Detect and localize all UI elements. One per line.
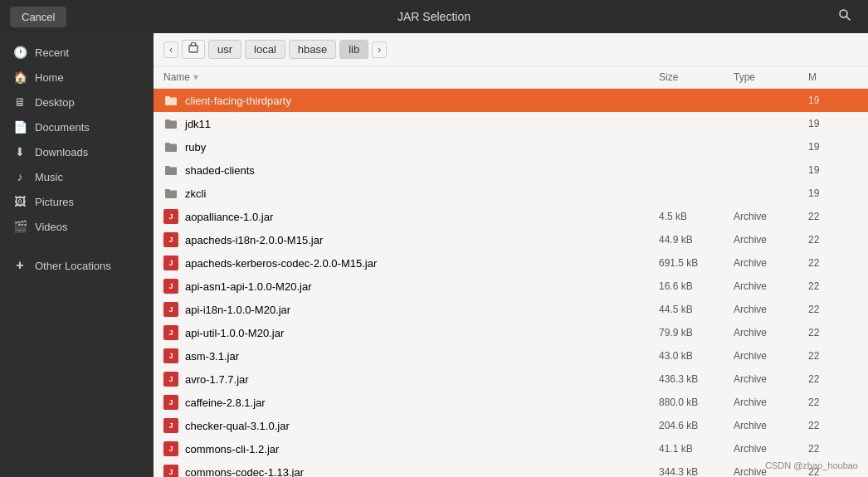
file-modified: 19 <box>808 95 858 106</box>
location-icon <box>188 42 199 54</box>
table-row[interactable]: J caffeine-2.8.1.jar 880.0 kB Archive 22 <box>154 391 868 414</box>
column-modified[interactable]: M <box>808 71 858 83</box>
table-row[interactable]: shaded-clients 19 <box>154 158 868 182</box>
watermark: CSDN @zhao_houbao <box>765 460 858 470</box>
file-modified: 22 <box>808 280 858 292</box>
file-list-header: Name ▾ Size Type M <box>154 66 868 89</box>
file-size: 204.6 kB <box>659 420 734 431</box>
sidebar: 🕐 Recent 🏠 Home 🖥 Desktop 📄 Documents ⬇ … <box>0 33 154 477</box>
sidebar-item-home[interactable]: 🏠 Home <box>0 65 154 90</box>
file-name: J checker-qual-3.1.0.jar <box>163 418 659 433</box>
file-rows-container: client-facing-thirdparty 19 jdk11 19 <box>154 89 868 477</box>
table-row[interactable]: J aopalliance-1.0.jar 4.5 kB Archive 22 <box>154 205 868 228</box>
jar-icon: J <box>163 465 178 477</box>
svg-rect-2 <box>189 46 197 52</box>
table-row[interactable]: J asm-3.1.jar 43.0 kB Archive 22 <box>154 344 868 367</box>
content-area: ‹ usr local hbase lib › Name ▾ Size Typ <box>154 33 868 477</box>
table-row[interactable]: J commons-cli-1.2.jar 41.1 kB Archive 22 <box>154 437 868 460</box>
pathbar: ‹ usr local hbase lib › <box>154 33 868 66</box>
search-button[interactable] <box>831 5 858 28</box>
file-modified: 22 <box>808 211 858 222</box>
home-icon: 🏠 <box>13 71 27 84</box>
table-row[interactable]: J api-util-1.0.0-M20.jar 79.9 kB Archive… <box>154 321 868 344</box>
sidebar-item-downloads[interactable]: ⬇ Downloads <box>0 139 154 164</box>
sort-icon: ▾ <box>193 71 198 83</box>
path-segment-usr[interactable]: usr <box>208 40 241 59</box>
sidebar-item-desktop[interactable]: 🖥 Desktop <box>0 90 154 114</box>
table-row[interactable]: J apacheds-kerberos-codec-2.0.0-M15.jar … <box>154 251 868 275</box>
file-name: zkcli <box>163 186 659 201</box>
file-name: J aopalliance-1.0.jar <box>163 209 659 224</box>
file-name: jdk11 <box>163 116 659 131</box>
sidebar-item-label-recent: Recent <box>35 46 69 59</box>
folder-icon <box>163 139 178 154</box>
jar-icon: J <box>163 395 178 410</box>
sidebar-item-label-home: Home <box>35 71 64 84</box>
file-size: 41.1 kB <box>659 443 734 455</box>
table-row[interactable]: ruby 19 <box>154 135 868 158</box>
file-size: 880.0 kB <box>659 397 734 408</box>
table-row[interactable]: zkcli 19 <box>154 182 868 205</box>
path-segment-lib[interactable]: lib <box>339 40 368 59</box>
file-name: J api-util-1.0.0-M20.jar <box>163 325 659 340</box>
path-segment-hbase[interactable]: hbase <box>289 40 336 59</box>
sidebar-item-label-documents: Documents <box>35 121 90 134</box>
file-type: Archive <box>734 350 808 362</box>
table-row[interactable]: J api-asn1-api-1.0.0-M20.jar 16.6 kB Arc… <box>154 275 868 298</box>
sidebar-item-pictures[interactable]: 🖼 Pictures <box>0 189 154 214</box>
sidebar-item-videos[interactable]: 🎬 Videos <box>0 214 154 239</box>
downloads-icon: ⬇ <box>13 145 27 158</box>
sidebar-item-other-locations[interactable]: + Other Locations <box>0 252 154 279</box>
svg-line-1 <box>846 17 850 20</box>
table-row[interactable]: J apacheds-i18n-2.0.0-M15.jar 44.9 kB Ar… <box>154 228 868 251</box>
documents-icon: 📄 <box>13 120 27 134</box>
table-row[interactable]: J avro-1.7.7.jar 436.3 kB Archive 22 <box>154 367 868 391</box>
folder-icon <box>163 186 178 201</box>
table-row[interactable]: J api-i18n-1.0.0-M20.jar 44.5 kB Archive… <box>154 298 868 321</box>
column-name[interactable]: Name ▾ <box>163 71 659 83</box>
sidebar-item-label-other-locations: Other Locations <box>35 260 111 272</box>
file-list: Name ▾ Size Type M client-facing-thirdpa… <box>154 66 868 477</box>
table-row[interactable]: J commons-codec-1.13.jar 344.3 kB Archiv… <box>154 460 868 477</box>
file-size: 691.5 kB <box>659 257 734 269</box>
sidebar-item-documents[interactable]: 📄 Documents <box>0 114 154 139</box>
file-type: Archive <box>734 373 808 385</box>
file-modified: 19 <box>808 164 858 176</box>
videos-icon: 🎬 <box>13 220 27 233</box>
file-size: 43.0 kB <box>659 350 734 362</box>
sidebar-item-label-videos: Videos <box>35 221 68 233</box>
table-row[interactable]: J checker-qual-3.1.0.jar 204.6 kB Archiv… <box>154 414 868 437</box>
table-row[interactable]: client-facing-thirdparty 19 <box>154 89 868 112</box>
file-name: J commons-cli-1.2.jar <box>163 441 659 456</box>
file-name: ruby <box>163 139 659 154</box>
folder-icon <box>163 163 178 178</box>
file-modified: 22 <box>808 443 858 455</box>
desktop-icon: 🖥 <box>13 95 27 109</box>
file-modified: 22 <box>808 304 858 315</box>
file-name: J avro-1.7.7.jar <box>163 372 659 387</box>
jar-icon: J <box>163 256 178 270</box>
folder-icon <box>163 116 178 131</box>
file-name: J api-i18n-1.0.0-M20.jar <box>163 302 659 317</box>
nav-location-button[interactable] <box>182 40 205 59</box>
file-name: J asm-3.1.jar <box>163 348 659 363</box>
path-segment-local[interactable]: local <box>245 40 285 59</box>
file-type: Archive <box>734 257 808 269</box>
sidebar-item-label-downloads: Downloads <box>35 146 88 158</box>
file-type: Archive <box>734 234 808 246</box>
file-modified: 22 <box>808 420 858 431</box>
sidebar-item-music[interactable]: ♪ Music <box>0 164 154 189</box>
file-type: Archive <box>734 304 808 315</box>
cancel-button[interactable]: Cancel <box>10 7 66 27</box>
sidebar-item-recent[interactable]: 🕐 Recent <box>0 40 154 65</box>
table-row[interactable]: jdk11 19 <box>154 112 868 135</box>
nav-forward-button[interactable]: › <box>372 41 387 58</box>
nav-back-button[interactable]: ‹ <box>163 41 178 58</box>
file-modified: 22 <box>808 327 858 338</box>
jar-icon: J <box>163 302 178 317</box>
column-type[interactable]: Type <box>734 71 808 83</box>
file-type: Archive <box>734 443 808 455</box>
file-type: Archive <box>734 397 808 408</box>
file-type: Archive <box>734 420 808 431</box>
column-size[interactable]: Size <box>659 71 734 83</box>
